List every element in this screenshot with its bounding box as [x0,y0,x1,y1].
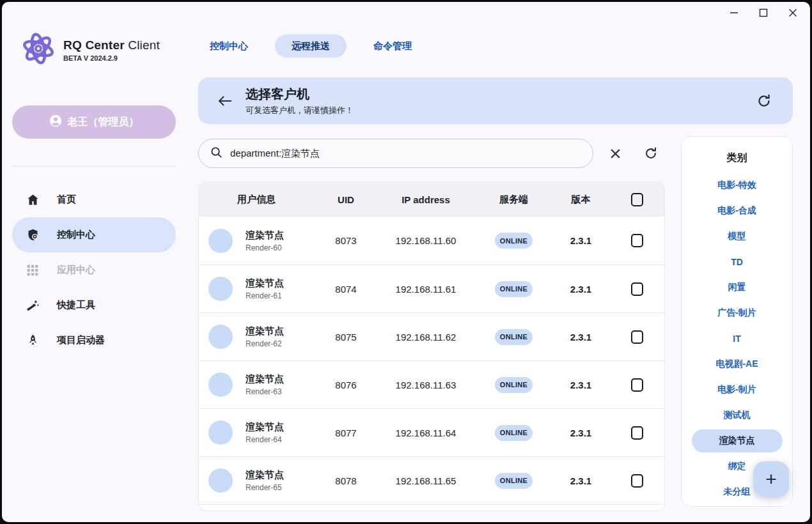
client-name: 渲染节点 [246,373,284,385]
window-controls [724,5,802,20]
grid-icon [25,263,40,278]
status-badge: ONLINE [495,281,533,297]
category-item[interactable]: 电影-特效 [682,173,792,198]
sidebar-item-control-center[interactable]: 控制中心 [12,217,176,252]
status-badge: ONLINE [495,425,533,441]
category-item[interactable]: 电影-合成 [682,198,792,224]
avatar [208,373,233,397]
app-title: RQ Center Client [63,38,160,52]
avatar [208,325,233,349]
row-checkbox[interactable] [631,330,643,344]
client-version: 2.3.1 [554,332,608,343]
client-version: 2.3.1 [554,475,608,486]
client-uid: 8078 [314,475,378,486]
back-button[interactable] [215,91,235,111]
category-item[interactable]: 闲置 [682,275,792,300]
client-hostname: Render-62 [246,339,284,348]
avatar [208,420,233,445]
user-badge[interactable]: 老王（管理员） [12,105,176,139]
search-actions [605,139,660,168]
sidebar-item-quick-tools[interactable]: 快捷工具 [12,288,176,323]
client-ip: 192.168.11.64 [378,428,474,438]
sidebar-item-label: 项目启动器 [57,334,105,346]
status-badge: ONLINE [495,329,533,345]
maximize-button[interactable] [754,5,773,20]
client-hostname: Render-65 [246,483,284,492]
client-hostname: Render-64 [246,435,284,444]
row-checkbox[interactable] [631,426,643,440]
client-version: 2.3.1 [554,380,608,390]
col-server: 服务端 [474,194,554,206]
search-box [198,139,593,168]
table-row[interactable]: 渲染节点 Render-63 8076 192.168.11.63 ONLINE… [199,360,664,408]
table-row[interactable]: 渲染节点 Render-64 8077 192.168.11.64 ONLINE… [199,408,664,456]
category-item[interactable]: 广告-制片 [682,300,792,326]
row-checkbox[interactable] [631,234,643,247]
search-refresh-button[interactable] [641,144,660,163]
select-client-header: 选择客户机 可复选客户机，请谨慎操作！ [198,77,793,124]
header-refresh-button[interactable] [754,91,774,111]
client-hostname: Render-60 [246,243,284,252]
home-icon [25,192,40,208]
table-row[interactable]: 渲染节点 Render-65 8078 192.168.11.65 ONLINE… [199,456,664,504]
sidebar-nav: 首页 控制中心 应用中心 [12,182,176,358]
sidebar-item-project-launcher[interactable]: 项目启动器 [12,323,176,358]
client-ip: 192.168.11.63 [378,380,474,390]
clear-search-button[interactable] [605,144,625,163]
category-panel: 类别 电影-特效 电影-合成 模型 TD 闲置 广告-制片 IT 电视剧-AE … [681,136,793,507]
row-checkbox[interactable] [631,282,643,296]
user-badge-label: 老王（管理员） [68,116,139,129]
avatar [208,229,233,253]
add-button[interactable]: + [753,461,789,497]
client-version: 2.3.1 [554,235,608,246]
status-badge: ONLINE [495,377,533,393]
client-version: 2.3.1 [554,284,608,295]
table-row[interactable]: 渲染节点 Render-61 8074 192.168.11.61 ONLINE… [199,265,664,312]
app-version: BETA V 2024.2.9 [63,54,160,62]
row-checkbox[interactable] [631,378,643,392]
search-input[interactable] [230,148,563,159]
client-uid: 8075 [314,332,378,343]
sidebar-divider [12,166,176,167]
client-ip: 192.168.11.61 [378,284,474,295]
select-all-checkbox[interactable] [631,193,643,206]
category-item[interactable]: 电视剧-AE [682,351,792,377]
table-row[interactable]: 渲染节点 Render-60 8073 192.168.11.60 ONLINE… [199,217,664,265]
table-row[interactable]: 渲染节点 Render-62 8075 192.168.11.62 ONLINE… [199,312,664,360]
client-ip: 192.168.11.60 [378,235,474,246]
sidebar-item-home[interactable]: 首页 [12,182,176,217]
status-badge: ONLINE [495,233,533,249]
col-user-info: 用户信息 [199,194,314,206]
sidebar-item-label: 控制中心 [57,229,95,241]
row-checkbox[interactable] [631,474,643,488]
tab-remote-push[interactable]: 远程推送 [275,35,347,58]
table-partial-row [199,504,664,511]
sidebar-item-label: 应用中心 [57,264,95,276]
category-item[interactable]: 测试机 [682,403,792,428]
avatar [208,468,233,493]
category-item[interactable]: TD [682,249,792,275]
avatar [208,277,233,301]
status-badge: ONLINE [495,473,533,489]
tab-command-manage[interactable]: 命令管理 [373,40,412,52]
close-button[interactable] [783,5,802,20]
sidebar-item-app-center[interactable]: 应用中心 [12,252,176,288]
minimize-button[interactable] [724,5,744,20]
client-name: 渲染节点 [246,277,284,289]
client-name: 渲染节点 [246,421,284,433]
app-logo-block: RQ Center Client BETA V 2024.2.9 [20,30,160,70]
category-item[interactable]: 电影-制片 [682,377,792,403]
client-ip: 192.168.11.65 [378,475,474,486]
tab-control-center[interactable]: 控制中心 [210,40,248,52]
atom-logo-icon [20,30,57,70]
category-list: 电影-特效 电影-合成 模型 TD 闲置 广告-制片 IT 电视剧-AE 电影-… [682,173,792,505]
category-item[interactable]: IT [682,326,792,351]
category-item-selected[interactable]: 渲染节点 [682,428,792,454]
wand-icon [25,298,40,313]
client-uid: 8077 [314,428,378,438]
app-window: RQ Center Client BETA V 2024.2.9 老王（管理员）… [2,2,810,522]
client-name: 渲染节点 [246,325,284,337]
client-uid: 8074 [314,284,378,295]
client-hostname: Render-61 [246,291,284,300]
category-item[interactable]: 模型 [682,224,792,249]
